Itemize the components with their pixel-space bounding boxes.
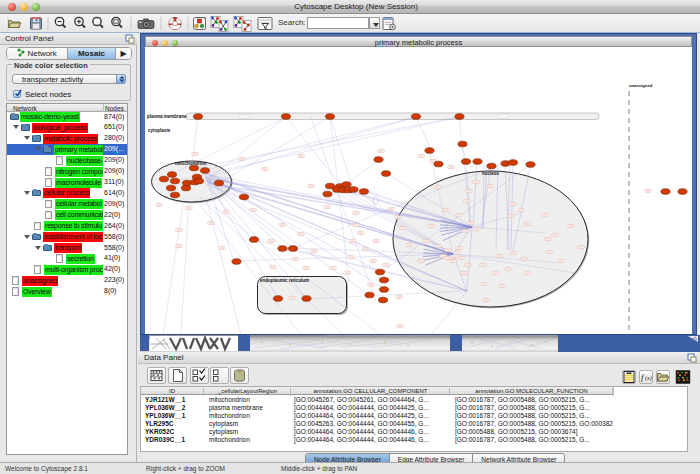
svg-text:mitochondrion: mitochondrion <box>175 161 207 166</box>
svg-text:endoplasmic reticulum: endoplasmic reticulum <box>260 278 309 283</box>
svg-text:plasma membrane: plasma membrane <box>147 114 187 119</box>
svg-text:nucleus: nucleus <box>482 171 500 176</box>
svg-text:(x): (x) <box>645 375 652 382</box>
svg-text:cytoplasm: cytoplasm <box>148 128 170 133</box>
svg-text:unassigned: unassigned <box>629 83 653 88</box>
